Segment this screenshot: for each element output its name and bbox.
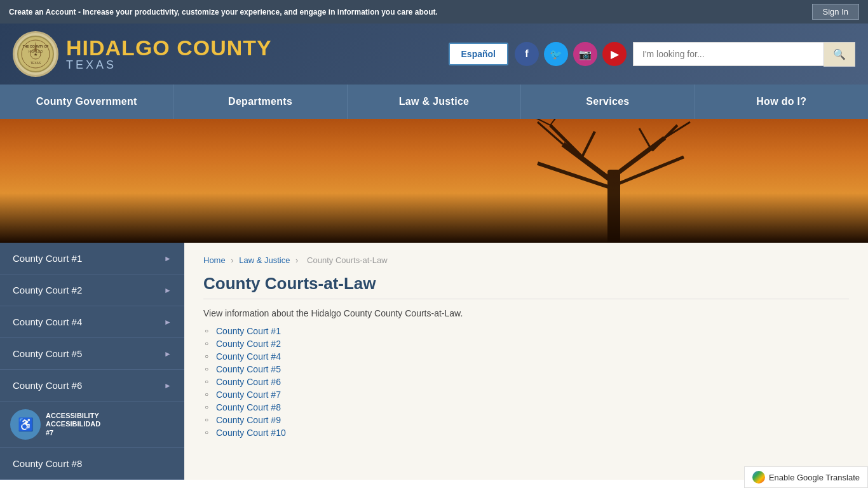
sidebar: County Court #1 ► County Court #2 ► Coun… — [0, 243, 184, 480]
hero-image — [0, 119, 868, 243]
accessibility-widget[interactable]: ♿ ACCESSIBILITY ACCESIBILIDAD #7 — [0, 402, 184, 448]
twitter-icon[interactable]: 🐦 — [544, 42, 568, 66]
facebook-icon[interactable]: f — [515, 42, 539, 66]
top-bar-suffix: - Increase your productivity, customize … — [78, 8, 438, 17]
list-item: County Court #10 — [216, 428, 849, 438]
search-bar: 🔍 — [633, 42, 855, 67]
chevron-right-icon: ► — [164, 254, 172, 263]
espanol-button[interactable]: Español — [449, 43, 508, 65]
sidebar-item-court-8[interactable]: County Court #8 — [0, 448, 184, 480]
instagram-icon[interactable]: 📷 — [573, 42, 597, 66]
sidebar-item-court-6[interactable]: County Court #6 ► — [0, 370, 184, 402]
court-link[interactable]: County Court #7 — [216, 390, 281, 400]
accessibility-icon: ♿ — [10, 409, 41, 440]
hero-tree-svg — [487, 119, 741, 243]
content-wrapper: County Court #1 ► County Court #2 ► Coun… — [0, 243, 868, 480]
page-title: County Courts-at-Law — [203, 274, 849, 299]
breadcrumb-separator-2: › — [295, 255, 298, 265]
google-icon — [752, 471, 765, 484]
county-seal-svg: THE COUNTY OF HIDALGO TEXAS ★ — [17, 35, 55, 73]
logo-area: THE COUNTY OF HIDALGO TEXAS ★ HIDALGO CO… — [13, 31, 272, 77]
sidebar-item-court-4[interactable]: County Court #4 ► — [0, 306, 184, 338]
breadcrumb-current: County Courts-at-Law — [307, 255, 387, 265]
accessibility-text: ACCESSIBILITY ACCESIBILIDAD #7 — [46, 412, 100, 437]
county-name: HIDALGO COUNTY — [66, 37, 272, 58]
top-bar: Create an Account - Increase your produc… — [0, 0, 868, 24]
svg-line-18 — [665, 122, 690, 138]
court-link[interactable]: County Court #8 — [216, 402, 281, 412]
nav-services[interactable]: Services — [521, 85, 695, 119]
nav-departments[interactable]: Departments — [173, 85, 347, 119]
court-link[interactable]: County Court #1 — [216, 326, 281, 336]
svg-line-9 — [563, 144, 614, 182]
intro-text: View information about the Hidalgo Count… — [203, 308, 849, 318]
sign-in-button[interactable]: Sign In — [812, 4, 859, 20]
main-nav: County Government Departments Law & Just… — [0, 85, 868, 119]
list-item: County Court #8 — [216, 402, 849, 412]
chevron-right-icon: ► — [164, 381, 172, 390]
top-bar-message: Create an Account - Increase your produc… — [9, 8, 438, 17]
sidebar-item-court-2[interactable]: County Court #2 ► — [0, 274, 184, 306]
svg-line-13 — [550, 125, 582, 157]
main-content: Home › Law & Justice › County Courts-at-… — [184, 243, 868, 480]
svg-line-14 — [582, 132, 595, 157]
svg-line-10 — [614, 138, 665, 176]
state-name: TEXAS — [66, 58, 272, 72]
sidebar-item-court-5[interactable]: County Court #5 ► — [0, 338, 184, 370]
court-link[interactable]: County Court #4 — [216, 351, 281, 362]
site-header: THE COUNTY OF HIDALGO TEXAS ★ HIDALGO CO… — [0, 24, 868, 85]
chevron-right-icon: ► — [164, 286, 172, 295]
search-input[interactable] — [633, 42, 824, 66]
list-item: County Court #2 — [216, 339, 849, 349]
list-item: County Court #5 — [216, 364, 849, 374]
logo-text: HIDALGO COUNTY TEXAS — [66, 37, 272, 72]
list-item: County Court #1 — [216, 326, 849, 336]
court-list: County Court #1County Court #2County Cou… — [203, 326, 849, 438]
svg-line-12 — [614, 157, 684, 186]
sidebar-item-court-1[interactable]: County Court #1 ► — [0, 243, 184, 274]
county-seal: THE COUNTY OF HIDALGO TEXAS ★ — [13, 31, 58, 77]
chevron-right-icon: ► — [164, 318, 172, 327]
svg-line-16 — [639, 128, 652, 151]
nav-law-justice[interactable]: Law & Justice — [348, 85, 521, 119]
breadcrumb-home[interactable]: Home — [203, 255, 226, 265]
svg-line-20 — [550, 119, 560, 125]
svg-text:TEXAS: TEXAS — [31, 61, 41, 65]
nav-county-government[interactable]: County Government — [0, 85, 173, 119]
court-link[interactable]: County Court #10 — [216, 428, 286, 438]
google-translate-widget[interactable]: Enable Google Translate — [744, 466, 868, 488]
create-account-link[interactable]: Create an Account — [9, 8, 76, 17]
court-link[interactable]: County Court #6 — [216, 377, 281, 387]
search-button[interactable]: 🔍 — [824, 42, 855, 67]
chevron-right-icon: ► — [164, 349, 172, 358]
court-link[interactable]: County Court #5 — [216, 364, 281, 374]
list-item: County Court #7 — [216, 390, 849, 400]
nav-how-do-i[interactable]: How do I? — [695, 85, 868, 119]
list-item: County Court #4 — [216, 351, 849, 362]
social-icons: f 🐦 📷 ▶ — [515, 42, 627, 66]
google-translate-label: Enable Google Translate — [769, 473, 860, 482]
svg-text:★: ★ — [34, 52, 37, 57]
youtube-icon[interactable]: ▶ — [602, 42, 627, 66]
court-link[interactable]: County Court #2 — [216, 339, 281, 349]
breadcrumb-separator-1: › — [231, 255, 233, 265]
breadcrumb: Home › Law & Justice › County Courts-at-… — [203, 255, 849, 265]
court-link[interactable]: County Court #9 — [216, 415, 281, 425]
header-right: Español f 🐦 📷 ▶ 🔍 — [449, 42, 855, 67]
breadcrumb-law-justice[interactable]: Law & Justice — [239, 255, 290, 265]
list-item: County Court #9 — [216, 415, 849, 425]
list-item: County Court #6 — [216, 377, 849, 387]
